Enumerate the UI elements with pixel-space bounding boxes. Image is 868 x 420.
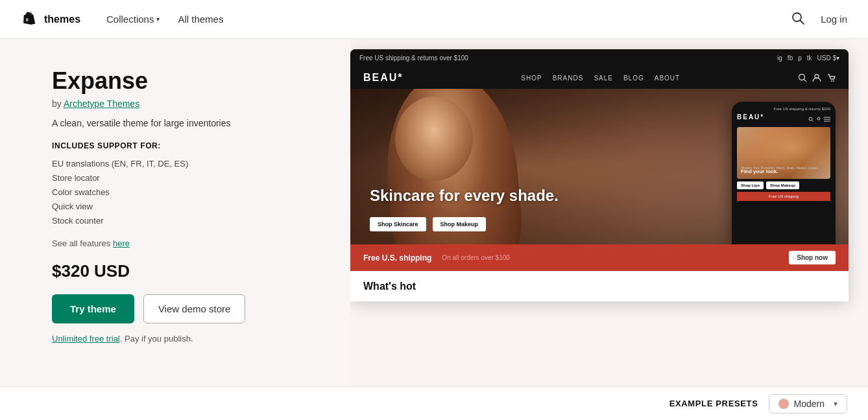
nav-link-about: ABOUT	[655, 75, 680, 82]
pinterest-icon: p	[798, 54, 802, 62]
svg-rect-0	[26, 18, 29, 21]
theme-author: by Archetype Themes	[52, 99, 319, 109]
shopify-icon	[21, 10, 39, 29]
hero-buttons: Shop Skincare Shop Makeup	[370, 217, 486, 231]
nav-link-sale: SALE	[594, 75, 613, 82]
nav-link-blog: BLOG	[623, 75, 644, 82]
instagram-icon: ig	[777, 54, 782, 62]
login-link[interactable]: Log in	[821, 14, 847, 25]
logo-link[interactable]: themes	[21, 10, 80, 29]
list-item: Quick view	[52, 200, 319, 214]
hero-text: Skincare for every shade.	[370, 187, 559, 205]
list-item: Store locator	[52, 171, 319, 185]
nav-right: Log in	[788, 8, 847, 30]
main-content: Expanse by Archetype Themes A clean, ver…	[0, 39, 868, 386]
topbar-shipping: Free US shipping & returns over $100	[359, 54, 468, 62]
whats-hot-bar: What's hot	[350, 271, 849, 301]
store-nav: BEAU* SHOP BRANDS SALE BLOG ABOUT	[350, 67, 849, 89]
shop-skincare-button[interactable]: Shop Skincare	[370, 217, 426, 231]
phone-topbar: Free US shipping & returns $100	[737, 107, 830, 111]
search-icon	[791, 11, 805, 25]
theme-title: Expanse	[52, 67, 319, 95]
store-nav-icons	[798, 73, 836, 82]
store-cart-icon	[826, 73, 836, 82]
currency: USD $▾	[817, 54, 839, 62]
try-theme-button[interactable]: Try theme	[52, 294, 134, 323]
phone-shop-lips[interactable]: Shop Lips	[737, 181, 764, 189]
store-nav-links: SHOP BRANDS SALE BLOG ABOUT	[521, 75, 680, 82]
store-search-icon	[798, 73, 807, 82]
shop-makeup-button[interactable]: Shop Makeup	[433, 217, 487, 231]
all-themes-link[interactable]: All themes	[178, 14, 223, 25]
shipping-banner-sub: On all orders over $100	[442, 254, 510, 261]
includes-label: INCLUDES SUPPORT FOR:	[52, 141, 319, 150]
phone-mockup: Free US shipping & returns $100 BEAU*	[732, 102, 836, 244]
list-item: Color swatches	[52, 185, 319, 200]
preset-color-dot	[778, 399, 789, 409]
example-presets-label: EXAMPLE PRESETS	[669, 399, 758, 408]
btn-row: Try theme View demo store	[52, 294, 319, 323]
phone-hero: Find your look. Shades: Fair, Porcelain,…	[737, 127, 830, 179]
view-demo-button[interactable]: View demo store	[143, 294, 245, 323]
free-trial-text: Unlimited free trial. Pay if you publish…	[52, 334, 319, 344]
facebook-icon: fb	[788, 54, 793, 62]
browser-mockup: Free US shipping & returns over $100 ig …	[350, 49, 849, 301]
phone-search-icon	[808, 117, 814, 122]
svg-point-10	[817, 117, 820, 120]
free-trial-link[interactable]: Unlimited free trial	[52, 334, 120, 344]
shipping-banner-text: Free U.S. shipping	[363, 253, 431, 262]
svg-point-8	[809, 117, 812, 121]
list-item: EU translations (EN, FR, IT, DE, ES)	[52, 157, 319, 171]
svg-point-7	[833, 80, 834, 82]
whats-hot-title: What's hot	[363, 281, 416, 292]
svg-point-6	[831, 80, 832, 82]
chevron-down-icon: ▾	[834, 399, 838, 408]
svg-point-3	[799, 75, 804, 80]
collections-link[interactable]: Collections ▾	[106, 14, 160, 25]
nav-link-brands: BRANDS	[553, 75, 584, 82]
nav-links: Collections ▾ All themes	[106, 14, 223, 25]
phone-menu-icon	[824, 117, 830, 122]
price: $320 USD	[52, 261, 319, 281]
phone-cta-row: Shop Lips Shop Makeup	[737, 181, 830, 189]
see-features: See all features here	[52, 239, 319, 248]
svg-line-2	[801, 21, 804, 25]
navbar: themes Collections ▾ All themes Log in	[0, 0, 868, 39]
store-topbar: Free US shipping & returns over $100 ig …	[350, 49, 849, 67]
author-link[interactable]: Archetype Themes	[64, 99, 139, 109]
store-logo: BEAU*	[363, 72, 404, 84]
nav-link-shop: SHOP	[521, 75, 542, 82]
preset-name: Modern	[794, 399, 825, 409]
chevron-down-icon: ▾	[156, 16, 160, 23]
tiktok-icon: tk	[807, 54, 812, 62]
phone-banner: Free US shipping	[737, 192, 830, 201]
hero-area: Skincare for every shade. Shop Skincare …	[350, 89, 849, 244]
logo-text: themes	[44, 14, 80, 25]
svg-line-4	[804, 80, 806, 82]
store-user-icon	[812, 73, 821, 82]
includes-list: EU translations (EN, FR, IT, DE, ES) Sto…	[52, 157, 319, 228]
preview-container: Free US shipping & returns over $100 ig …	[350, 39, 868, 386]
bottom-bar: EXAMPLE PRESETS Modern ▾	[0, 386, 868, 420]
theme-description: A clean, versatile theme for large inven…	[52, 118, 319, 128]
left-panel: Expanse by Archetype Themes A clean, ver…	[0, 39, 350, 386]
phone-user-icon	[816, 117, 821, 122]
svg-line-9	[812, 120, 814, 121]
phone-logo: BEAU*	[737, 113, 764, 121]
features-link[interactable]: here	[113, 239, 130, 248]
search-button[interactable]	[788, 8, 808, 30]
list-item: Stock counter	[52, 214, 319, 228]
shipping-banner: Free U.S. shipping On all orders over $1…	[350, 244, 849, 271]
shop-now-button[interactable]: Shop now	[789, 251, 836, 264]
phone-shop-makeup[interactable]: Shop Makeup	[766, 181, 799, 189]
preset-selector[interactable]: Modern ▾	[769, 394, 847, 414]
right-panel: Free US shipping & returns over $100 ig …	[350, 39, 868, 386]
topbar-icons: ig fb p tk USD $▾	[777, 54, 839, 62]
